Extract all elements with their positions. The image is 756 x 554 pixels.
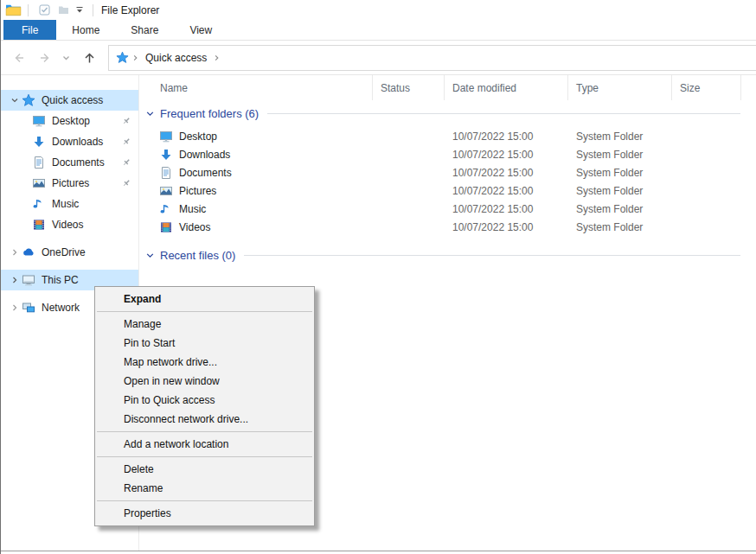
file-status [373,127,445,145]
sidebar-item-label: Quick access [42,94,103,106]
sidebar-item-label: Pictures [52,177,89,189]
titlebar-separator [28,4,29,16]
breadcrumb-chevron-icon[interactable] [213,54,221,62]
sidebar-item-videos[interactable]: Videos [1,214,138,235]
file-name: Music [179,203,206,215]
group-header-recent-files[interactable]: Recent files (0) [140,244,756,266]
file-status [373,218,445,236]
breadcrumb-chevron-icon[interactable] [131,54,139,62]
sidebar-item-label: Downloads [52,136,103,148]
group-label: Recent files (0) [160,249,235,262]
download-arrow-icon [159,148,173,162]
file-size [672,181,741,200]
file-name: Videos [179,221,210,233]
forward-button[interactable] [32,46,58,70]
file-type: System Folder [568,181,672,200]
file-name: Desktop [179,131,217,143]
file-row-downloads[interactable]: Downloads 10/07/2022 15:00 System Folder [140,145,756,163]
file-date-modified: 10/07/2022 15:00 [445,181,568,200]
file-size [672,218,741,236]
chevron-right-icon[interactable] [8,276,22,284]
file-type: System Folder [568,163,672,181]
menu-item-map-network-drive[interactable]: Map network drive... [95,353,314,372]
file-type: System Folder [568,127,672,145]
back-button[interactable] [6,46,32,70]
column-header-type[interactable]: Type [568,75,672,100]
menu-item-rename[interactable]: Rename [95,479,314,498]
document-icon [32,156,46,169]
group-header-frequent-folders[interactable]: Frequent folders (6) [140,102,756,124]
tab-file[interactable]: File [3,20,56,40]
document-icon [159,166,173,180]
sidebar-item-music[interactable]: Music [1,194,138,214]
file-size [672,200,741,218]
sidebar-item-desktop[interactable]: Desktop [1,111,138,131]
recent-locations-dropdown-icon[interactable] [58,46,74,70]
navigation-bar: Quick access [1,41,756,75]
sidebar-item-documents[interactable]: Documents [1,152,138,173]
file-date-modified: 10/07/2022 15:00 [445,200,568,218]
group-label: Frequent folders (6) [160,107,259,120]
address-bar[interactable]: Quick access [108,45,756,71]
chevron-down-icon[interactable] [8,96,22,105]
file-date-modified: 10/07/2022 15:00 [445,218,568,236]
menu-item-pin-to-start[interactable]: Pin to Start [95,334,314,353]
column-header-size[interactable]: Size [672,75,741,100]
column-header-name[interactable]: Name [140,75,373,100]
file-status [373,163,445,181]
group-divider-line [244,255,740,256]
network-icon [22,301,35,315]
chevron-right-icon[interactable] [8,248,22,257]
menu-item-delete[interactable]: Delete [95,460,314,479]
file-row-documents[interactable]: Documents 10/07/2022 15:00 System Folder [140,163,756,181]
menu-item-open-in-new-window[interactable]: Open in new window [95,372,314,391]
sidebar-item-pictures[interactable]: Pictures [1,173,138,194]
menu-item-pin-to-quick-access[interactable]: Pin to Quick access [95,391,314,410]
menu-separator [97,431,312,432]
sidebar-item-onedrive[interactable]: OneDrive [1,242,138,263]
properties-icon[interactable] [35,2,54,19]
customize-quick-access-toolbar-icon[interactable] [73,2,86,19]
chevron-down-icon[interactable] [145,109,155,118]
tab-view[interactable]: View [174,20,227,40]
music-note-icon [32,197,46,211]
menu-separator [97,500,312,501]
file-row-videos[interactable]: Videos 10/07/2022 15:00 System Folder [140,218,756,236]
this-pc-context-menu: Expand Manage Pin to Start Map network d… [94,286,315,526]
file-row-pictures[interactable]: Pictures 10/07/2022 15:00 System Folder [140,181,756,200]
column-headers: Name Status Date modified Type Size [140,75,756,100]
titlebar: File Explorer [1,0,756,20]
pin-icon [121,116,131,126]
pin-icon [121,137,131,147]
window-title: File Explorer [101,4,159,16]
chevron-down-icon[interactable] [145,251,155,260]
quick-access-star-icon [22,93,35,107]
tab-share[interactable]: Share [115,20,174,40]
menu-item-add-network-location[interactable]: Add a network location [95,435,314,454]
quick-access-star-icon [116,51,129,64]
new-folder-icon[interactable] [54,2,73,19]
column-header-date-modified[interactable]: Date modified [445,75,568,100]
sidebar-item-downloads[interactable]: Downloads [1,131,138,152]
file-type: System Folder [568,200,672,218]
menu-item-properties[interactable]: Properties [95,504,314,523]
menu-item-manage[interactable]: Manage [95,315,314,334]
sidebar-item-label: Music [52,198,79,210]
menu-item-disconnect-network-drive[interactable]: Disconnect network drive... [95,410,314,429]
breadcrumb-quick-access[interactable]: Quick access [145,52,207,64]
column-header-status[interactable]: Status [373,75,445,100]
group-divider-line [267,113,740,114]
file-row-music[interactable]: Music 10/07/2022 15:00 System Folder [140,200,756,218]
file-name: Downloads [179,149,230,161]
file-size [672,145,741,163]
menu-item-expand[interactable]: Expand [95,290,314,309]
onedrive-cloud-icon [22,245,35,259]
sidebar-item-quick-access[interactable]: Quick access [1,90,138,111]
tab-home[interactable]: Home [56,20,115,40]
frequent-folders-list: Desktop 10/07/2022 15:00 System Folder D… [140,127,756,236]
film-icon [32,218,46,232]
file-explorer-window: File Explorer File Home Share View Quic [0,0,756,554]
file-row-desktop[interactable]: Desktop 10/07/2022 15:00 System Folder [140,127,756,145]
up-button[interactable] [77,46,101,70]
chevron-right-icon[interactable] [8,303,22,312]
